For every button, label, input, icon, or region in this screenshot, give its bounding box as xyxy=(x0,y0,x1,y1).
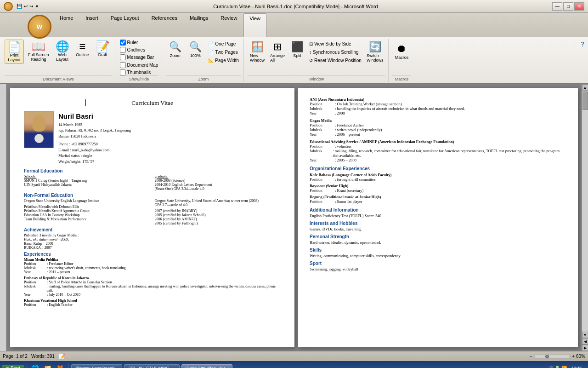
synchronous-scrolling-button[interactable]: ↕ Synchronous Scrolling xyxy=(307,49,363,56)
one-page-button[interactable]: 📄 One Page xyxy=(206,40,241,47)
draft-label: Draft xyxy=(98,52,107,57)
help-button[interactable]: ? xyxy=(579,39,586,82)
outline-button[interactable]: ≡ Outline xyxy=(74,40,92,58)
reset-window-button[interactable]: ↺ Reset Window Position xyxy=(307,57,363,64)
minimize-button[interactable]: — xyxy=(552,2,562,11)
documentmap-checkbox[interactable] xyxy=(120,62,126,68)
scroll-up-arrow[interactable]: ▲ xyxy=(582,84,588,91)
gridlines-check[interactable]: Gridlines xyxy=(120,47,158,53)
nonformal-content: Oregon State University English Language… xyxy=(24,199,281,225)
tab-insert[interactable]: Insert xyxy=(79,13,104,37)
zoom-100-button[interactable]: 🔍 100% xyxy=(186,40,204,59)
taskbar-firefox-icon[interactable]: 🦊 xyxy=(55,364,65,368)
taskbar-folder-icon[interactable]: 📁 xyxy=(42,364,53,368)
zoom-button[interactable]: 🔍 Zoom xyxy=(166,40,184,59)
scroll-prev-page[interactable]: ◀ xyxy=(582,338,588,345)
print-layout-button[interactable]: 📄 PrintLayout xyxy=(5,40,24,64)
office-button[interactable]: W xyxy=(28,15,51,39)
tab-view[interactable]: View xyxy=(243,13,266,37)
print-layout-label: PrintLayout xyxy=(8,53,20,62)
macros-button[interactable]: ⏺ Macros xyxy=(392,41,411,61)
scroll-next-page[interactable]: ▶ xyxy=(582,345,588,351)
page-width-icon: 📐 xyxy=(208,58,214,63)
view-side-by-side-button[interactable]: ⊟ View Side by Side xyxy=(307,40,363,47)
collar-shape xyxy=(34,134,44,143)
tab-pagelayout[interactable]: Page Layout xyxy=(105,13,145,37)
full-screen-reading-button[interactable]: 📖 Full ScreenReading xyxy=(26,40,51,63)
gridlines-checkbox[interactable] xyxy=(120,47,126,53)
arrange-all-button[interactable]: ⊞ ArrangeAll xyxy=(268,40,287,64)
zoom-label: Zoom xyxy=(170,53,181,58)
tab-review[interactable]: Review xyxy=(215,13,243,37)
exp1: Mizan Media Publika Position : Freelance… xyxy=(24,258,281,274)
new-window-button[interactable]: 🪟 NewWindow xyxy=(248,40,267,64)
taskbar-ie-icon[interactable]: 🌐 xyxy=(30,364,40,368)
messagebar-checkbox[interactable] xyxy=(120,54,126,60)
close-button[interactable]: ✕ xyxy=(574,2,584,11)
switch-windows-button[interactable]: 🔄 SwitchWindows xyxy=(364,40,386,64)
profile-addr1: Kp. Palasari Rt. 01/02 no. 3 Legok, Tang… xyxy=(58,127,131,133)
quick-undo[interactable]: ↩ xyxy=(24,4,28,9)
eas-job: : mailing, filing, research, committee f… xyxy=(333,149,566,158)
achievement1: Published 3 novels by Gagas Media : xyxy=(24,233,281,237)
exp2-pos-row: Position : Staff of Police Attache in Co… xyxy=(24,280,281,284)
page-2[interactable]: ANI (Aero Nusantara Indonesia) Position … xyxy=(298,88,578,347)
exp2: Embassy of Republic of Korea in Jakarta … xyxy=(24,276,281,297)
scroll-down-arrow[interactable]: ▼ xyxy=(582,332,588,338)
two-pages-button[interactable]: 📄 Two Pages xyxy=(206,49,241,56)
taskbar-music[interactable]: 253. 08 LITTLE WING -... xyxy=(124,364,179,368)
draft-button[interactable]: 📝 Draft xyxy=(94,40,112,58)
zoom-slider[interactable] xyxy=(534,355,571,358)
exp2-pos: : Staff of Police Attache in Consular Se… xyxy=(47,280,112,284)
eas-pos: : volunteer xyxy=(335,144,352,149)
quick-save[interactable]: 💾 xyxy=(17,4,22,9)
gagas-title: Gagas Media xyxy=(310,118,566,123)
tab-references[interactable]: References xyxy=(146,13,183,37)
thumbnails-checkbox[interactable] xyxy=(120,69,126,75)
scrollbar-vertical[interactable]: ▲ ▼ ◀ ▶ xyxy=(582,84,588,351)
degung-pos-row: Position : Saron 1st player xyxy=(310,199,566,204)
page-width-button[interactable]: 📐 Page Width xyxy=(206,57,241,64)
scroll-thumb[interactable] xyxy=(582,92,588,110)
tab-home[interactable]: Home xyxy=(54,13,79,37)
profile-marital: Marital status : single xyxy=(58,153,131,159)
taskbar-blogger[interactable]: Blogger: SayaSetanB... xyxy=(71,364,123,368)
quick-redo[interactable]: ↪ xyxy=(29,4,33,9)
exp2-year-label: Year xyxy=(24,293,47,297)
ruler-checkbox[interactable] xyxy=(120,40,126,46)
draft-icon: 📝 xyxy=(96,41,110,52)
exp1-year: : 2011 – present xyxy=(47,270,70,274)
eas-year: : 2005 – 2008 xyxy=(335,158,356,162)
spell-check-icon[interactable]: 📝 xyxy=(58,353,65,360)
help-icon: ? xyxy=(581,40,584,48)
window-group-label: Window xyxy=(248,75,385,81)
skills-title: Skills xyxy=(310,247,566,253)
tab-mailings[interactable]: Mailings xyxy=(184,13,214,37)
messagebar-check[interactable]: Message Bar xyxy=(120,54,158,60)
split-button[interactable]: ⬛ Split xyxy=(288,40,306,59)
profile-section: Nuril Basri 14 March 1985 Kp. Palasari R… xyxy=(24,111,281,165)
zoom-out-button[interactable]: − xyxy=(530,354,532,359)
ruler-check[interactable]: Ruler xyxy=(120,40,158,46)
tray-icon2: 🔋 xyxy=(554,366,560,368)
title-bar-controls: — □ ✕ xyxy=(552,2,584,11)
web-layout-button[interactable]: 🌐 WebLayout xyxy=(53,40,72,63)
experience-title: Experiences xyxy=(24,252,281,257)
page-1[interactable]: Curriculum Vitae Nuril Basri 14 March 19… xyxy=(10,88,294,347)
zoom-in-button[interactable]: + xyxy=(572,354,575,359)
school2-year: 2004-2010 English Letters Department xyxy=(155,183,281,187)
documentmap-check[interactable]: Document Map xyxy=(120,62,158,68)
nonformal2: Pelatihan Menulis with Deborah Ellis xyxy=(24,205,150,209)
quick-more[interactable]: ▼ xyxy=(35,4,39,9)
school1-year: 2000-2003 (Science) xyxy=(155,178,281,183)
nonformal1-detail: Oregon State University, United States o… xyxy=(155,199,281,203)
graduate-label: graduate: xyxy=(155,174,281,178)
nonformal5-year: 2005 (certified by Fullbright) xyxy=(155,221,281,225)
maximize-button[interactable]: □ xyxy=(563,2,573,11)
thumbnails-check[interactable]: Thumbnails xyxy=(120,69,158,75)
ani-pos-row: Position : On Job Training Worker (stora… xyxy=(310,102,566,106)
exp2-job-label: Jobdesk xyxy=(24,284,47,293)
zoom-slider-thumb[interactable] xyxy=(545,355,549,358)
taskbar-word-active[interactable]: Curriculum Vitae - Nu... xyxy=(181,364,232,368)
start-button[interactable]: ⊞ Start xyxy=(2,365,24,368)
